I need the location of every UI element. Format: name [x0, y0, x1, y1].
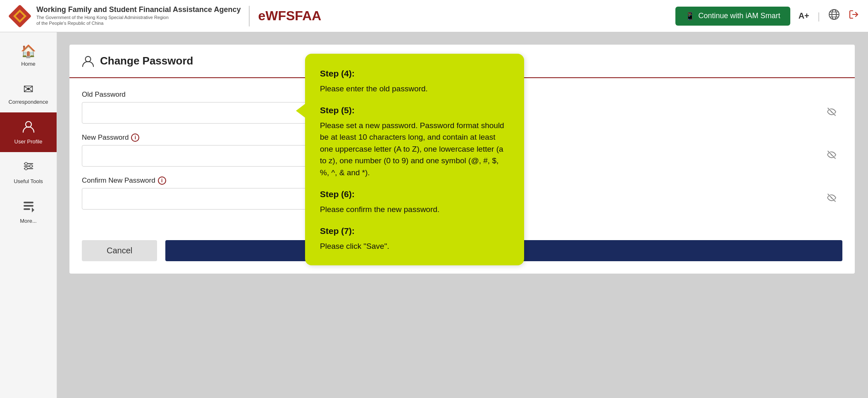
- step6-title: Step (6):: [320, 188, 509, 201]
- svg-rect-16: [24, 202, 33, 203]
- svg-rect-18: [24, 208, 30, 210]
- new-password-info-icon[interactable]: i: [131, 133, 139, 142]
- sidebar-label-more: More...: [20, 218, 36, 224]
- step5-title: Step (5):: [320, 104, 509, 117]
- sidebar-item-home[interactable]: 🏠 Home: [0, 36, 57, 74]
- svg-rect-17: [24, 205, 33, 207]
- sidebar-label-useful-tools: Useful Tools: [14, 178, 43, 184]
- step4-text: Please enter the old password.: [320, 83, 509, 95]
- font-size-button[interactable]: A+: [799, 11, 809, 21]
- svg-point-9: [26, 122, 31, 127]
- step6-text: Please confirm the new password.: [320, 204, 509, 216]
- language-button[interactable]: [828, 9, 840, 23]
- user-profile-icon: [22, 120, 35, 136]
- more-icon: [22, 199, 35, 215]
- header-divider: [249, 6, 250, 26]
- useful-tools-icon: [22, 160, 35, 176]
- globe-icon: [828, 9, 840, 20]
- sidebar-item-correspondence[interactable]: ✉ Correspondence: [0, 74, 57, 112]
- agency-sub1: The Government of the Hong Kong Special …: [36, 14, 241, 20]
- sidebar-label-user-profile: User Profile: [14, 138, 43, 145]
- eye-off-icon: [827, 107, 837, 117]
- step5-text: Please set a new password. Password form…: [320, 120, 509, 179]
- sidebar-label-correspondence: Correspondence: [8, 99, 48, 105]
- svg-marker-19: [32, 207, 34, 212]
- sidebar-item-useful-tools[interactable]: Useful Tools: [0, 152, 57, 192]
- eye-off-icon-2: [827, 150, 837, 160]
- svg-point-20: [86, 56, 91, 62]
- card-title: Change Password: [100, 55, 193, 67]
- svg-point-13: [25, 162, 27, 165]
- logo-icon: [8, 5, 31, 28]
- old-password-toggle[interactable]: [827, 107, 837, 119]
- tooltip-step-7: Step (7): Please click "Save".: [320, 224, 509, 252]
- logout-button[interactable]: [848, 9, 860, 23]
- logout-icon: [848, 9, 860, 20]
- confirm-password-info-icon[interactable]: i: [158, 176, 166, 185]
- sidebar-label-home: Home: [21, 61, 36, 67]
- header-right: 📱 Continue with iAM Smart A+ |: [675, 7, 860, 26]
- step4-title: Step (4):: [320, 67, 509, 81]
- tooltip-step-5: Step (5): Please set a new password. Pas…: [320, 104, 509, 179]
- agency-sub2: of the People's Republic of China: [36, 20, 241, 26]
- correspondence-icon: ✉: [23, 82, 33, 96]
- step7-title: Step (7):: [320, 224, 509, 238]
- svg-point-15: [25, 167, 27, 170]
- iam-smart-label: Continue with iAM Smart: [699, 12, 780, 20]
- tooltip-step-4: Step (4): Please enter the old password.: [320, 67, 509, 95]
- svg-point-14: [30, 165, 32, 167]
- new-password-toggle[interactable]: [827, 150, 837, 162]
- cancel-button[interactable]: Cancel: [82, 240, 157, 261]
- tooltip-step-6: Step (6): Please confirm the new passwor…: [320, 188, 509, 215]
- step7-text: Please click "Save".: [320, 241, 509, 253]
- tooltip-arrow: [296, 103, 306, 118]
- brand-label: eWFSFAA: [258, 8, 321, 24]
- iam-smart-button[interactable]: 📱 Continue with iAM Smart: [675, 7, 790, 26]
- agency-text: Working Family and Student Financial Ass…: [36, 5, 241, 26]
- iam-smart-icon: 📱: [685, 12, 694, 21]
- header: Working Family and Student Financial Ass…: [0, 0, 868, 32]
- main-layout: 🏠 Home ✉ Correspondence User Profile: [0, 32, 868, 398]
- home-icon: 🏠: [21, 44, 36, 58]
- eye-off-icon-3: [827, 193, 837, 203]
- sidebar-item-more[interactable]: More...: [0, 192, 57, 231]
- agency-name: Working Family and Student Financial Ass…: [36, 5, 241, 14]
- header-logo: Working Family and Student Financial Ass…: [8, 5, 241, 28]
- sidebar: 🏠 Home ✉ Correspondence User Profile: [0, 32, 57, 398]
- tooltip-popup: Step (4): Please enter the old password.…: [305, 54, 524, 265]
- person-icon: [82, 55, 94, 67]
- header-separator: |: [818, 10, 820, 22]
- main-content: Change Password Old Password: [57, 32, 868, 398]
- sidebar-item-user-profile[interactable]: User Profile: [0, 112, 57, 152]
- confirm-password-toggle[interactable]: [827, 193, 837, 205]
